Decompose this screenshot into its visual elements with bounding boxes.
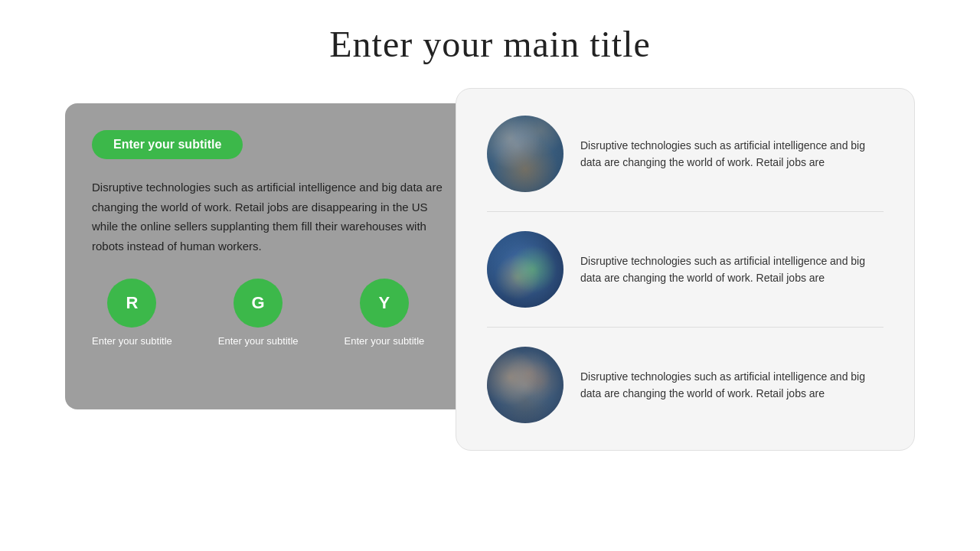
avatar-label-r: Enter your subtitle [92,335,172,347]
avatar-item-g: G Enter your subtitle [218,279,299,347]
avatar-item-y: Y Enter your subtitle [345,279,425,347]
page: Enter your main title Enter your subtitl… [0,0,980,551]
avatar-circle-y: Y [360,279,409,328]
left-card: Enter your subtitle Disruptive technolog… [65,103,479,409]
avatar-letter-y: Y [379,293,390,313]
list-item-3: Disruptive technologies such as artifici… [487,343,884,427]
image-meeting [487,116,564,192]
main-title: Enter your main title [329,23,651,65]
subtitle-badge: Enter your subtitle [92,130,243,159]
avatar-letter-g: G [252,293,265,313]
divider-1 [487,211,884,212]
divider-2 [487,327,884,328]
right-card: Disruptive technologies such as artifici… [456,88,915,451]
list-item-2: Disruptive technologies such as artifici… [487,227,884,311]
avatar-label-y: Enter your subtitle [345,335,425,347]
list-item-text-1: Disruptive technologies such as artifici… [580,137,884,171]
content-area: Enter your subtitle Disruptive technolog… [46,88,934,451]
list-item-text-3: Disruptive technologies such as artifici… [580,368,884,403]
left-card-body-text: Disruptive technologies such as artifici… [92,178,452,256]
avatar-label-g: Enter your subtitle [218,335,299,347]
avatar-letter-r: R [126,293,138,313]
image-team [487,347,564,423]
list-item-text-2: Disruptive technologies such as artifici… [580,253,884,287]
avatar-circle-r: R [107,279,156,328]
avatar-item-r: R Enter your subtitle [92,279,172,347]
avatar-circle-g: G [234,279,283,328]
list-item-1: Disruptive technologies such as artifici… [487,112,884,196]
avatars-row: R Enter your subtitle G Enter your subti… [92,279,452,347]
image-chart [487,231,564,308]
